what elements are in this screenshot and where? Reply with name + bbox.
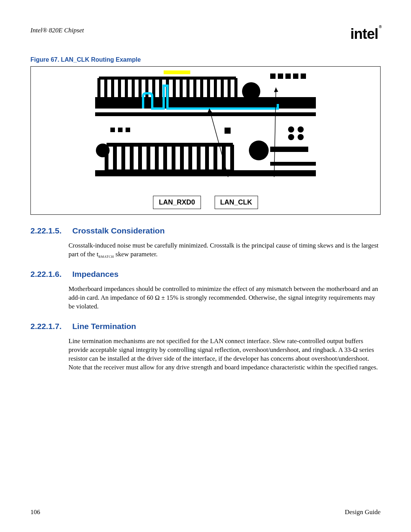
figure-labels: LAN_RXD0 LAN_CLK — [31, 196, 380, 209]
svg-rect-4 — [270, 73, 276, 79]
svg-rect-8 — [301, 73, 306, 79]
svg-point-14 — [249, 141, 269, 160]
svg-rect-11 — [118, 128, 123, 132]
logo-text: intel — [350, 26, 378, 42]
section-num: 2.22.1.5. — [30, 226, 72, 235]
figure-box: LAN_RXD0 LAN_CLK — [30, 66, 381, 215]
svg-rect-7 — [293, 73, 298, 79]
logo-sub: ® — [379, 25, 381, 29]
svg-rect-1 — [95, 97, 316, 109]
svg-rect-13 — [225, 128, 231, 134]
svg-rect-19 — [95, 170, 316, 176]
section-heading-impedances: 2.22.1.6.Impedances — [30, 270, 381, 279]
section-title: Line Termination — [72, 322, 136, 331]
svg-rect-6 — [285, 73, 291, 79]
svg-rect-5 — [278, 73, 283, 79]
section-title: Crosstalk Consideration — [72, 226, 165, 235]
label-lan-rxd0: LAN_RXD0 — [153, 196, 201, 209]
section-num: 2.22.1.6. — [30, 270, 72, 279]
section-body-line-termination: Line termination mechanisms are not spec… — [68, 337, 381, 372]
section-heading-crosstalk: 2.22.1.5.Crosstalk Consideration — [30, 226, 381, 235]
svg-point-18 — [298, 134, 304, 140]
svg-rect-9 — [164, 70, 190, 74]
pcb-diagram — [95, 70, 316, 177]
pcb-svg — [95, 70, 316, 177]
section-num: 2.22.1.7. — [30, 322, 72, 331]
svg-rect-2 — [95, 112, 316, 116]
svg-point-22 — [96, 144, 110, 157]
page-header: Intel® 820E Chipset intel® — [30, 27, 381, 41]
label-lan-clk: LAN_CLK — [215, 196, 258, 209]
svg-rect-21 — [270, 162, 316, 166]
section-body-impedances: Motherboard impedances should be control… — [68, 285, 381, 311]
section-heading-line-termination: 2.22.1.7.Line Termination — [30, 322, 381, 331]
footer-label: Design Guide — [345, 508, 381, 516]
svg-point-16 — [298, 126, 304, 133]
section-title: Impedances — [72, 270, 118, 278]
svg-point-15 — [288, 126, 294, 133]
svg-point-17 — [288, 134, 294, 140]
page-number: 106 — [30, 508, 40, 516]
svg-point-3 — [242, 82, 260, 101]
intel-logo: intel® — [350, 27, 381, 41]
figure-caption: Figure 67. LAN_CLK Routing Example — [30, 56, 381, 63]
section-body-crosstalk: Crosstalk-induced noise must be carefull… — [68, 241, 381, 259]
page-footer: 106 Design Guide — [30, 508, 381, 516]
svg-rect-20 — [270, 147, 308, 152]
svg-rect-10 — [110, 128, 115, 132]
doc-title: Intel® 820E Chipset — [30, 27, 84, 34]
svg-rect-12 — [126, 128, 130, 132]
